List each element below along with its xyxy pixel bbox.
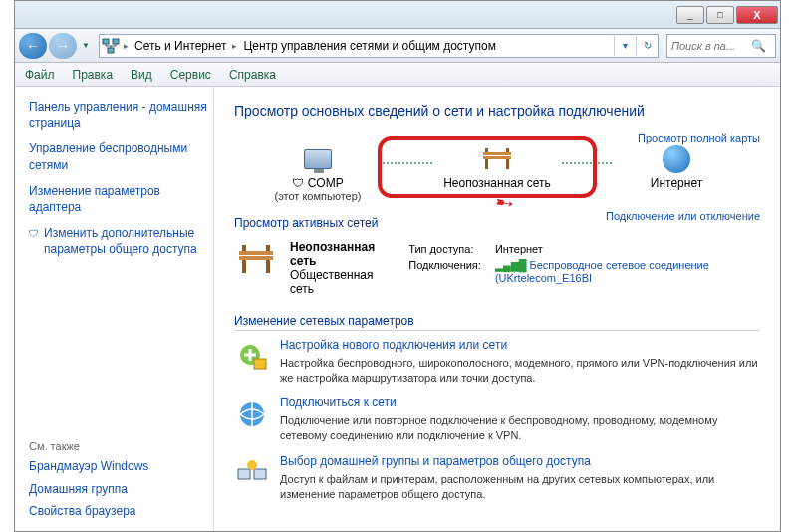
sidebar: Панель управления - домашняя страница Уп…: [15, 87, 214, 531]
svg-rect-5: [485, 159, 488, 169]
wifi-signal-icon: ▂▄▆█: [495, 259, 527, 272]
network-params-heading: Изменение сетевых параметров: [234, 314, 760, 331]
search-box[interactable]: 🔍: [666, 34, 776, 58]
task-new-connection: Настройка нового подключения или сети На…: [234, 337, 760, 385]
refresh-button[interactable]: ↻: [636, 36, 658, 56]
svg-rect-18: [238, 469, 250, 479]
unknown-network-label: Неопознанная сеть: [432, 176, 562, 190]
menu-edit[interactable]: Правка: [73, 68, 114, 82]
network-node-computer: 🛡 COMP (этот компьютер): [253, 144, 383, 202]
access-details: Тип доступа: Интернет Подключения: ▂▄▆█Б…: [400, 240, 760, 287]
new-connection-icon: [234, 339, 270, 375]
search-icon[interactable]: 🔍: [747, 35, 769, 57]
active-network-type: Общественная сеть: [290, 268, 389, 296]
svg-rect-19: [254, 469, 266, 479]
task-connect-link[interactable]: Подключиться к сети: [280, 395, 760, 411]
access-type-value: Интернет: [489, 242, 758, 256]
network-center-icon: [100, 36, 122, 56]
access-type-label: Тип доступа:: [402, 242, 487, 256]
network-node-unknown: Неопознанная сеть: [432, 144, 562, 190]
svg-rect-6: [506, 159, 509, 169]
full-map-link[interactable]: Просмотр полной карты: [638, 133, 760, 144]
chevron-icon: ▸: [230, 41, 239, 51]
connection-line: [562, 162, 612, 164]
sidebar-sharing-label: Изменить дополнительные параметры общего…: [44, 225, 207, 257]
sidebar-home-link[interactable]: Панель управления - домашняя страница: [29, 99, 207, 131]
svg-rect-12: [266, 260, 270, 273]
address-dropdown[interactable]: ▾: [614, 36, 636, 56]
task-homegroup: Выбор домашней группы и параметров общег…: [234, 453, 760, 501]
minimize-button[interactable]: _: [676, 6, 704, 24]
nav-toolbar: ← → ▼ ▸ Сеть и Интернет ▸ Центр управлен…: [15, 29, 780, 63]
sidebar-sharing-link[interactable]: 🛡 Изменить дополнительные параметры обще…: [29, 225, 207, 257]
menu-help[interactable]: Справка: [229, 68, 276, 82]
history-dropdown[interactable]: ▼: [79, 35, 93, 57]
svg-rect-3: [483, 152, 511, 155]
computer-sublabel: (этот компьютер): [253, 190, 383, 202]
forward-button[interactable]: →: [49, 33, 77, 59]
shield-icon: 🛡: [29, 227, 39, 241]
main-content: Просмотр основных сведений о сети и наст…: [214, 87, 780, 531]
svg-rect-1: [113, 39, 119, 44]
address-bar[interactable]: ▸ Сеть и Интернет ▸ Центр управления сет…: [99, 34, 659, 58]
computer-name: COMP: [308, 176, 344, 190]
breadcrumb-level2[interactable]: Центр управления сетями и общим доступом: [239, 39, 500, 53]
back-button[interactable]: ←: [19, 33, 47, 59]
svg-rect-10: [239, 256, 273, 260]
task-new-connection-desc: Настройка беспроводного, широкополосного…: [280, 356, 760, 386]
body-area: Панель управления - домашняя страница Уп…: [15, 87, 780, 531]
svg-rect-7: [485, 148, 488, 152]
menu-bar: Файл Правка Вид Сервис Справка: [15, 63, 780, 87]
task-connect-desc: Подключение или повторное подключение к …: [280, 413, 760, 443]
breadcrumb-level1[interactable]: Сеть и Интернет: [131, 39, 230, 53]
sidebar-homegroup-link[interactable]: Домашняя группа: [29, 481, 207, 497]
search-input[interactable]: [667, 40, 747, 52]
svg-rect-11: [242, 260, 246, 273]
bench-icon: [234, 240, 278, 280]
menu-tools[interactable]: Сервис: [170, 68, 211, 82]
svg-rect-4: [483, 156, 511, 159]
network-map: 🛡 COMP (этот компьютер) Неопознанная сет…: [234, 144, 760, 206]
svg-rect-2: [108, 48, 114, 53]
connect-network-icon: [234, 397, 270, 432]
active-network-row: Неопознанная сеть Общественная сеть Тип …: [234, 240, 760, 296]
menu-view[interactable]: Вид: [131, 68, 152, 82]
connection-line: [383, 162, 432, 164]
task-connect: Подключиться к сети Подключение или повт…: [234, 395, 760, 442]
computer-icon: [298, 144, 338, 174]
network-node-internet: Интернет: [612, 144, 741, 190]
svg-rect-8: [506, 148, 509, 152]
connections-label: Подключения:: [402, 258, 487, 285]
svg-rect-0: [103, 39, 109, 44]
svg-rect-9: [239, 251, 273, 255]
task-homegroup-desc: Доступ к файлам и принтерам, расположенн…: [280, 472, 760, 502]
svg-rect-13: [242, 245, 246, 251]
internet-label: Интернет: [612, 176, 741, 190]
see-also-heading: См. также: [29, 440, 207, 452]
window-frame: _ □ X ← → ▼ ▸ Сеть и Интернет ▸ Центр уп…: [14, 0, 781, 532]
globe-icon: [657, 144, 696, 174]
bench-icon: [477, 144, 517, 174]
close-button[interactable]: X: [736, 6, 778, 24]
active-networks-heading: Просмотр активных сетей: [234, 216, 378, 230]
svg-rect-14: [266, 245, 270, 251]
active-network-title: Неопознанная сеть: [290, 240, 389, 268]
homegroup-icon: [234, 455, 270, 491]
connection-link[interactable]: Беспроводное сетевое соединение (UKrtele…: [495, 259, 709, 284]
task-new-connection-link[interactable]: Настройка нового подключения или сети: [280, 337, 760, 354]
svg-point-20: [247, 460, 257, 470]
titlebar: _ □ X: [15, 1, 780, 29]
chevron-icon: ▸: [122, 41, 131, 51]
svg-rect-16: [254, 359, 266, 369]
sidebar-firewall-link[interactable]: Брандмауэр Windows: [29, 458, 207, 474]
task-homegroup-link[interactable]: Выбор домашней группы и параметров общег…: [280, 453, 760, 470]
page-title: Просмотр основных сведений о сети и наст…: [234, 103, 760, 119]
maximize-button[interactable]: □: [706, 6, 734, 24]
connect-disconnect-link[interactable]: Подключение или отключение: [606, 210, 760, 230]
sidebar-browser-link[interactable]: Свойства браузера: [29, 503, 207, 519]
menu-file[interactable]: Файл: [25, 68, 55, 82]
sidebar-adapter-link[interactable]: Изменение параметров адаптера: [29, 183, 207, 215]
sidebar-wireless-link[interactable]: Управление беспроводными сетями: [29, 140, 207, 172]
